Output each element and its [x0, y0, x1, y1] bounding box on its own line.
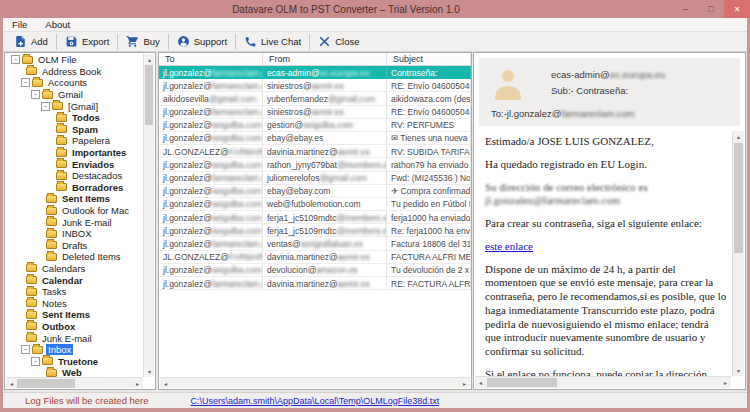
scroll-left-icon[interactable]: ◂ [475, 377, 486, 388]
tree-item-borradores[interactable]: Borradores [6, 182, 143, 194]
scroll-down-icon[interactable]: ▾ [144, 366, 155, 377]
email-list-row[interactable]: jl.gonzalez@farmareclam.comecas-admin@ec… [159, 66, 471, 79]
scroll-up-icon[interactable]: ▴ [144, 54, 155, 65]
scroll-right-icon[interactable]: ▸ [132, 378, 143, 389]
email-list-row[interactable]: JL.GONZALEZ@FARMARECLAM.COMdavinia.marti… [159, 145, 471, 158]
close-window-button[interactable]: ✕ [724, 0, 750, 18]
email-list-row[interactable]: jl.gonzalez@farmareclam.comjuliomerelofo… [159, 172, 471, 185]
tree-item-truetone[interactable]: -Truetone [6, 355, 143, 367]
tree-vertical-scrollbar[interactable]: ▴ ▾ [143, 54, 154, 377]
menu-about[interactable]: About [36, 19, 79, 30]
scroll-down-icon[interactable]: ▾ [733, 365, 744, 376]
cell-to: jl.gonzalez@farmareclam.com [159, 106, 263, 118]
tree-item-outlook-for-mac[interactable]: Outlook for Mac [6, 205, 143, 217]
collapse-expander-icon[interactable]: - [21, 345, 30, 354]
collapse-expander-icon[interactable]: - [31, 90, 40, 99]
log-file-path-link[interactable]: C:\Users\adam.smith\AppData\Local\Temp\O… [191, 396, 440, 406]
tree-item-sent-items[interactable]: Sent Items [6, 193, 143, 205]
tree-item-sent-items[interactable]: Sent Items [6, 309, 143, 321]
email-list-row[interactable]: jl.gonzalez@seigolba.comdevolucion@amazo… [159, 264, 471, 277]
folder-icon [26, 311, 37, 319]
export-button[interactable]: Export [58, 33, 116, 50]
email-list-row[interactable]: jl.gonzalez@seigolba.comebay@ebay.com✈ C… [159, 185, 471, 198]
email-list-row[interactable]: jl.gonzalez@farmareclam.comsiniestros@ae… [159, 106, 471, 119]
buy-button[interactable]: Buy [119, 33, 166, 50]
folder-icon [26, 67, 37, 75]
tree-item-gmail[interactable]: -[Gmail] [6, 100, 143, 112]
title-bar[interactable]: Datavare OLM to PST Converter – Trial Ve… [0, 0, 750, 18]
tree-item-label: Inbox [46, 344, 73, 355]
email-list-row[interactable]: jl.gonzalez@seigolba.comweb@futbolemotio… [159, 198, 471, 211]
cell-subj: Contraseña: [387, 66, 471, 78]
email-list-row[interactable]: jl.gonzalez@seigolba.comebay@ebay.es✉ Ti… [159, 132, 471, 145]
tree-item-deleted-items[interactable]: Deleted Items [6, 251, 143, 263]
cell-subj: RE: Envío 046005046005000... [387, 106, 471, 118]
tree-item-notes[interactable]: Notes [6, 297, 143, 309]
email-list-row[interactable]: jl.gonzalez@seigolba.comrathon_jyny679ba… [159, 158, 471, 171]
este-enlace-link[interactable]: este enlace [485, 240, 533, 252]
tree-item-calendar[interactable]: Calendar [6, 274, 143, 286]
email-list-row[interactable]: jl.gonzalez@farmareclam.comventas@serigr… [159, 237, 471, 250]
scroll-left-icon[interactable]: ◂ [160, 378, 171, 389]
tree-item-label: [Gmail] [66, 101, 100, 112]
column-header-subject[interactable]: Subject [387, 53, 471, 65]
preview-hscroll-thumb[interactable] [487, 378, 557, 387]
email-list-row[interactable]: jl.gonzalez@farmareclam.comsiniestros@ae… [159, 79, 471, 92]
tree-item-papelera[interactable]: Papelera [6, 135, 143, 147]
tree-vscroll-thumb[interactable] [145, 65, 153, 125]
tree-item-todos[interactable]: Todos [6, 112, 143, 124]
tree-item-calendars[interactable]: Calendars [6, 263, 143, 275]
menu-file[interactable]: File [3, 19, 36, 30]
tree-item-olm-file[interactable]: -OLM File [6, 54, 143, 66]
tree-item-address-book[interactable]: Address Book [6, 66, 143, 78]
preview-vertical-scrollbar[interactable]: ▴ ▾ [732, 131, 744, 376]
close-button[interactable]: Close [311, 33, 366, 50]
folder-icon [46, 253, 57, 261]
support-button[interactable]: Support [170, 33, 234, 50]
collapse-expander-icon[interactable]: - [41, 102, 50, 111]
email-copy-paragraph: Si el enlace no funciona, puede copiar l… [485, 368, 727, 376]
preview-vscroll-thumb[interactable] [734, 143, 743, 253]
email-list-row[interactable]: jl.gonzalez@seigolba.comferja1_jc5109mdt… [159, 211, 471, 224]
tree-item-inbox[interactable]: INBOX [6, 228, 143, 240]
column-header-to[interactable]: To [159, 53, 263, 65]
tree-item-spam[interactable]: Spam [6, 124, 143, 136]
collapse-expander-icon[interactable]: - [31, 357, 40, 366]
tree-item-drafts[interactable]: Drafts [6, 240, 143, 252]
tree-item-inbox[interactable]: -Inbox [6, 344, 143, 356]
tree-item-outbox[interactable]: Outbox [6, 321, 143, 333]
tree-item-gmail[interactable]: -Gmail [6, 89, 143, 101]
column-header-from[interactable]: From [263, 53, 387, 65]
email-list-row[interactable]: jl.gonzalez@seigolba.comgestion@seigolba… [159, 119, 471, 132]
toolbar-button-label: Export [82, 36, 109, 47]
tree-item-tasks[interactable]: Tasks [6, 286, 143, 298]
collapse-expander-icon[interactable]: - [11, 55, 20, 64]
list-horizontal-scrollbar[interactable]: ◂ ▸ [160, 377, 470, 388]
tree-horizontal-scrollbar[interactable]: ◂ ▸ [6, 377, 143, 388]
minimize-button[interactable]: – [672, 0, 698, 18]
scroll-up-icon[interactable]: ▴ [733, 131, 744, 142]
toolbar-button-label: Live Chat [261, 36, 301, 47]
scroll-right-icon[interactable]: ▸ [720, 377, 731, 388]
tree-item-importantes[interactable]: Importantes [6, 147, 143, 159]
email-list-row[interactable]: aikidosevilla@gmail.comyubenfernandez@gm… [159, 92, 471, 105]
tree-item-destacados[interactable]: Destacados [6, 170, 143, 182]
tree-item-enviados[interactable]: Enviados [6, 158, 143, 170]
scroll-left-icon[interactable]: ◂ [6, 378, 17, 389]
email-list-row[interactable]: jl.gonzalez@farmareclam.comdavinia.marti… [159, 277, 471, 290]
add-button[interactable]: Add [7, 33, 55, 50]
cell-from: yubenfernandez@gmail.com [263, 92, 387, 104]
preview-horizontal-scrollbar[interactable]: ◂ ▸ [475, 376, 731, 388]
email-list-row[interactable]: JL.GONZALEZ@FARMARECLAM.COMdavinia.marti… [159, 251, 471, 264]
collapse-expander-icon[interactable]: - [21, 78, 30, 87]
tree-item-junk-e-mail[interactable]: Junk E-mail [6, 332, 143, 344]
tree-item-web[interactable]: Web [6, 367, 143, 377]
email-list-row[interactable]: jl.gonzalez@seigolba.comferja1_jc5109mdt… [159, 224, 471, 237]
live-chat-button[interactable]: Live Chat [237, 33, 308, 50]
tree-hscroll-thumb[interactable] [17, 379, 75, 388]
tree-item-accounts[interactable]: -Accounts [6, 77, 143, 89]
scroll-right-icon[interactable]: ▸ [459, 378, 470, 389]
maximize-button[interactable]: □ [698, 0, 724, 18]
menu-bar: FileAbout [3, 18, 747, 32]
tree-item-junk-e-mail[interactable]: Junk E-mail [6, 216, 143, 228]
